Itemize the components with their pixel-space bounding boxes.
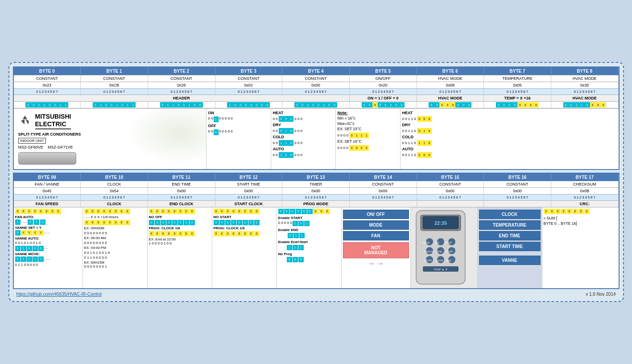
fan-auto-value: 1- - - 000 [15,219,81,225]
vanne-move-note: 0 1 1 0 0 0 0 0 [15,263,81,267]
onoff-on-bits: 0 010 0 0 0 0 [208,116,269,122]
end-time-btn[interactable]: END TIME [479,231,541,240]
svg-text:ON/OFF: ON/OFF [424,259,432,262]
byte10-label: CLOCK [81,181,148,187]
start-prog-bits: XXXXXXXX [214,231,275,236]
svg-marker-1 [21,119,25,124]
svg-text:RONCON: RONCON [424,250,434,253]
byte6-label: HVAC MODE [417,75,484,82]
hvac2-dry: DRY [402,123,617,127]
byte4-value: 0x00 [282,82,350,88]
temp-ex-calc: 0 0 0 0 0111 [338,132,398,138]
end-clock-detail: XXXXXXXX NO OFF 00000000 PROG: CLOCK 1/6… [148,207,212,288]
footer-link[interactable]: https://github.com/r45635/HVAC-IR-Contro… [17,292,102,297]
byte4-header: BYTE 4 [282,67,350,75]
bottom-value-row: 0x45 0x54 0x00 0x00 0x00 0x00 0x00 0x00 … [14,188,619,194]
clock-ex5: EX: 00H15M [84,261,146,265]
vanne-btn[interactable]: VANNE [479,256,541,265]
no-prog-label: No Prog [278,252,340,256]
byte12-label: START TIME [215,181,283,187]
end-ex-22-bits: 1 0 0 0 0 1 0 0 [149,241,211,245]
byte2-value: 0x26 [148,82,215,88]
svg-text:FAN: FAN [435,241,439,244]
byte13-value: 0x00 [282,188,350,194]
end-clock-label: END CLOCK [148,201,215,207]
start-x-bits: XXXXXXXX [214,209,275,214]
const-remote-area: ON/ OFF MODE FAN NOTMANAGED → → [342,207,411,288]
hvac-detail: HEAT 0 0 001 0 0 0 DRY 0 0 010 0 0 0 COL… [271,109,336,169]
hvac2-heat-bits: 0 0 1 1 0 000 [402,116,617,122]
byte7-label: TEMPERATURE [484,75,551,82]
byte13-bits-num: 0 1 2 3 4 5 6 7 [282,194,350,200]
hvac-cold-title: COLD [273,135,334,139]
byte11-header: BYTE 11 [148,174,215,181]
start-time-btn[interactable]: START TIME [479,242,541,251]
hvac-dry-bits: 0 0 010 0 0 0 [273,128,334,134]
byte09-label: FAN / VANNE [14,181,81,187]
mode-btn[interactable]: MODE [343,220,409,230]
hvac-dry-title: DRY [273,123,334,127]
svg-marker-0 [23,116,27,119]
hvac-cold-bits: 0 0 110 0 0 0 [273,140,334,146]
footer-version: v 1.0 Nov 2014 [586,292,615,297]
byte5-label: ON/OFF [350,75,417,82]
crc-detail: XXXXXXXX = SUM [BYTE 0 .. BYTE 16] [542,207,619,288]
brand-name: MITSUBISHI [35,113,71,120]
byte7-header: BYTE 7 [484,67,551,75]
not-managed-box: NOTMANAGED [343,242,409,258]
onoff-title: ON [208,111,269,115]
fan-btn[interactable]: FAN [343,231,409,240]
footer: https://github.com/r45635/HVAC-IR-Contro… [13,291,620,298]
temperature-btn[interactable]: TEMPERATURE [479,220,541,230]
arrows: → → [343,260,409,268]
vanne-auto-bits: 01000- - [15,246,81,251]
svg-text:MODE: MODE [423,241,430,244]
hvac2-dry-bits: 0 0 1 1 0 010 [402,128,617,134]
byte7-value: 0x05 [484,82,551,88]
byte14-section [350,201,417,207]
byte10-header: BYTE 10 [81,174,148,181]
fan-speed-label: FAN SPEED [14,201,81,207]
byte15-label: CONSTANT [417,181,484,187]
byte4-label: CONSTANT [282,75,350,82]
enable-end-label: Enable END [278,228,340,232]
temp-detail: Note: Min = 16°c Max=31°c EX: SET 23°C 0… [336,109,401,169]
byte2-label: CONSTANT [148,75,215,82]
start-no-bits: 00000000 [214,220,275,225]
bottom-bits-num-row: 0 1 2 3 4 5 6 7 0 1 2 3 4 5 6 7 0 1 2 3 … [14,194,619,201]
onoff-btn[interactable]: ON/ OFF [343,210,409,219]
byte5-value: 0x20 [350,82,417,88]
crc-bits: XXXXXXXX [544,209,617,214]
byte16-bits-num: 0 1 2 3 4 5 6 7 [484,194,551,200]
byte14-bits-num: 0 1 2 3 4 5 6 7 [350,194,417,200]
bottom-detail-area: XXXXXXXX FAN AUTO: 1- - - 000 VANNE SET … [14,207,619,288]
byte8-label: HVAC MODE [551,75,619,82]
bottom-table: BYTE 09 BYTE 10 BYTE 11 BYTE 12 BYTE 13 … [13,173,620,289]
mitsubishi-icon [18,115,32,128]
byte4-bits: 00000000 [282,102,350,108]
byte11-bits-num: 0 1 2 3 4 5 6 7 [148,194,215,200]
byte3-bits: 10000000 [215,102,283,108]
byte17-bits-num: 0 1 2 3 4 5 6 7 [551,194,619,200]
byte16-buttons: CLOCK TEMPERATURE END TIME START TIME VA… [478,207,542,288]
clock-btn[interactable]: CLOCK [479,210,541,219]
value-row: 0x23 0xCB 0x26 0x01 0x00 0x20 0x08 0x05 … [14,82,619,89]
enable-start-bits: 0 0 0 0 0101 [278,221,340,226]
byte3-label: CONSTANT [215,75,283,82]
bottom-label-row: FAN / VANNE CLOCK END TIME START TIME TI… [14,181,619,188]
byte0-bits-num: 0 1 2 3 4 5 6 7 [14,89,81,95]
byte8-bits-num: 0 1 2 3 4 5 6 7 [551,89,619,95]
byte7-bits: 0000XXXX [484,102,551,108]
byte16-label: CONSTANT [484,181,551,187]
end-no-off: NO OFF [149,215,211,219]
logo-area: MITSUBISHI ELECTRIC SPLIT-TYPE AIR CONDI… [14,109,207,169]
byte15-header: BYTE 15 [417,174,484,181]
onoff-detail: ON 0 010 0 0 0 0 OFF 0 000 0 0 0 0 [207,109,271,169]
byte8-header: BYTE 8 [551,67,619,75]
hvac-auto-title: AUTO [273,147,334,151]
vanne-auto-label: VANNE AUTO: [15,236,81,240]
svg-text:22:35: 22:35 [434,220,446,226]
byte8-bits: 00110XXX [551,102,619,108]
enable-endstart-label: Enable End+Start [278,240,340,244]
clock-ex2-bits: 0 0 0 0 0 0 0 0 [84,241,146,245]
